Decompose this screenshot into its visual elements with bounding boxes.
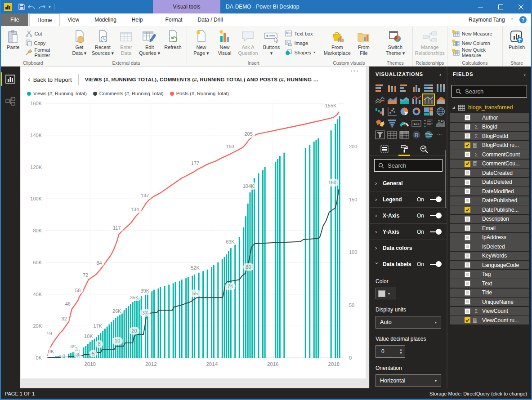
minimize-button[interactable]	[470, 0, 491, 13]
menu-tab-help[interactable]: Help	[124, 13, 151, 26]
visual-type-kpi-icon[interactable]: 42	[435, 118, 446, 128]
visual-type-funnel-icon[interactable]	[387, 118, 398, 128]
combo-chart[interactable]: 0K20K40K60K80K100K120K140K160K0501001502…	[21, 96, 366, 371]
field-checkbox[interactable]	[465, 207, 470, 213]
field-checkbox[interactable]	[465, 308, 470, 314]
field-checkbox[interactable]	[465, 179, 470, 185]
field-checkbox[interactable]	[465, 244, 470, 249]
format-section-data-labels[interactable]: ›Data labelsOn	[370, 256, 447, 272]
signed-in-user[interactable]: Raymond Tang	[469, 17, 505, 23]
field-item[interactable]: LanguageCode	[450, 261, 529, 269]
field-item[interactable]: KeyWords	[450, 252, 529, 260]
legend-item[interactable]: Views (#, Running Total)	[27, 91, 87, 96]
field-checkbox[interactable]	[465, 299, 470, 305]
field-checkbox[interactable]	[465, 317, 470, 323]
field-item[interactable]: Title	[450, 289, 529, 297]
new-measure-button[interactable]: New Measure	[450, 29, 500, 38]
panel-scrollbar[interactable]	[445, 150, 446, 208]
field-item[interactable]: ΣBlogId	[450, 123, 529, 131]
field-checkbox[interactable]	[465, 124, 470, 130]
field-checkbox[interactable]	[465, 198, 470, 204]
toggle-switch[interactable]	[430, 261, 442, 267]
field-item[interactable]: CommentCou...	[450, 160, 529, 168]
switch-theme--button[interactable]: SwitchTheme ▾	[380, 28, 410, 59]
data-label-color-picker[interactable]: ▾	[376, 288, 396, 299]
help-icon[interactable]: ?	[519, 16, 527, 23]
collapse-fields-icon[interactable]: ›	[524, 71, 526, 78]
field-item[interactable]: DateCreated	[450, 169, 529, 177]
visual-type-gauge-icon[interactable]	[399, 118, 410, 128]
back-to-report-button[interactable]: ‹ Back to Report	[28, 76, 72, 83]
format-section-general[interactable]: ›General	[370, 175, 447, 191]
menu-tab-view[interactable]: View	[60, 13, 87, 26]
model-view-button[interactable]	[1, 94, 20, 109]
field-checkbox[interactable]	[465, 280, 470, 286]
visual-type-ribbon-icon[interactable]	[435, 94, 446, 105]
tab-fields[interactable]	[375, 142, 394, 156]
collapse-ribbon-icon[interactable]: ⌃	[510, 18, 514, 22]
views-bars[interactable]	[49, 116, 340, 358]
save-icon[interactable]	[18, 4, 25, 10]
field-item[interactable]: ΣBlogPostId	[450, 132, 529, 140]
visual-type-pie-icon[interactable]	[399, 106, 410, 116]
report-view-button[interactable]	[1, 72, 20, 86]
field-checkbox[interactable]	[465, 115, 470, 120]
field-checkbox[interactable]	[465, 133, 470, 139]
edit-queries-button[interactable]: EditQueries ▾	[138, 28, 161, 59]
field-item[interactable]: UniqueName	[450, 298, 529, 306]
visual-type-slicer-icon[interactable]	[375, 129, 385, 140]
visual-type-map-icon[interactable]	[435, 106, 446, 116]
visual-type-treemap-icon[interactable]	[423, 106, 434, 116]
undo-icon[interactable]	[28, 4, 35, 10]
visual-type-barh100-icon[interactable]	[423, 83, 434, 93]
field-checkbox[interactable]	[465, 253, 470, 259]
visual-type-filledmap-icon[interactable]	[375, 118, 385, 128]
field-checkbox[interactable]	[465, 290, 470, 296]
field-item[interactable]: ΣViewCount	[450, 307, 529, 316]
menu-tab-home[interactable]: Home	[29, 13, 60, 26]
menu-tab-file[interactable]: File	[1, 13, 28, 26]
visual-type-matrix-icon[interactable]	[399, 129, 410, 140]
spinner[interactable]: ▲▼	[399, 348, 405, 355]
field-checkbox[interactable]	[465, 170, 470, 176]
visual-type-barh-icon[interactable]	[399, 83, 410, 93]
refresh-button[interactable]: Refresh	[161, 28, 184, 59]
from-marketplace-button[interactable]: FromMarketplace	[322, 28, 352, 59]
menu-tab-datadrill[interactable]: Data / Drill	[190, 13, 231, 26]
format-section-y-axis[interactable]: ›Y-AxisOn	[370, 223, 447, 240]
close-button[interactable]	[511, 0, 531, 13]
field-item[interactable]: Tag	[450, 270, 529, 279]
decimals-input[interactable]: 0▲▼	[376, 345, 405, 358]
chart-svg[interactable]: 0K20K40K60K80K100K120K140K160K0501001502…	[21, 96, 365, 371]
field-checkbox[interactable]	[465, 151, 470, 157]
legend-item[interactable]: Comments (#, Running Total)	[93, 91, 164, 96]
visual-type-multirow-icon[interactable]	[423, 118, 434, 128]
field-item[interactable]: Author	[450, 113, 529, 122]
get-data-button[interactable]: GetData ▾	[67, 28, 91, 59]
from-file-button[interactable]: FromFile	[352, 28, 376, 59]
maximize-button[interactable]	[491, 0, 511, 13]
buttons--button[interactable]: Buttons▾	[259, 28, 283, 59]
copy-button[interactable]: Copy	[23, 38, 63, 48]
publish-button[interactable]: Publish	[505, 28, 528, 59]
cut-button[interactable]: Cut	[23, 29, 63, 38]
visual-type-col-stk-icon[interactable]	[387, 83, 398, 93]
field-item[interactable]: BlogPostId ru...	[450, 141, 529, 150]
menu-tab-modeling[interactable]: Modeling	[87, 13, 124, 26]
field-checkbox[interactable]	[465, 161, 470, 167]
toggle-switch[interactable]	[430, 196, 442, 202]
legend-item[interactable]: Posts (#, Running Total)	[170, 91, 229, 96]
new-quick-measure-button[interactable]: New Quick Measure	[450, 48, 500, 57]
redo-icon[interactable]	[38, 4, 45, 10]
field-item[interactable]: DateDeleted	[450, 178, 529, 187]
field-item[interactable]: Text	[450, 279, 529, 288]
visual-type-rscript-icon[interactable]: R	[411, 129, 422, 140]
field-item[interactable]: Description	[450, 215, 529, 223]
table-expand-icon[interactable]	[452, 106, 455, 109]
visual-type-table-icon[interactable]	[387, 129, 398, 140]
visual-type-donut-icon[interactable]	[411, 106, 422, 116]
new-page-button[interactable]: NewPage ▾	[189, 28, 213, 59]
table-node[interactable]: blogs_transfomed	[447, 101, 531, 113]
visual-type-waterfall-icon[interactable]	[375, 106, 385, 116]
shapes-button[interactable]: Shapes▾	[283, 48, 317, 57]
